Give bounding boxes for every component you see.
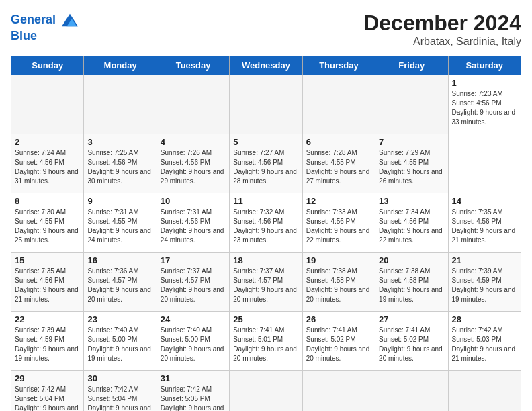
day-number: 7 [379, 137, 444, 147]
day-number: 23 [87, 314, 152, 324]
day-info: Sunrise: 7:42 AMSunset: 5:04 PMDaylight:… [15, 385, 80, 411]
title-section: December 2024 Arbatax, Sardinia, Italy [363, 11, 521, 48]
day-cell-12: 12Sunrise: 7:33 AMSunset: 4:56 PMDayligh… [302, 193, 375, 253]
day-info: Sunrise: 7:40 AMSunset: 5:00 PMDaylight:… [87, 326, 152, 363]
day-info: Sunrise: 7:25 AMSunset: 4:56 PMDaylight:… [87, 148, 152, 186]
day-info: Sunrise: 7:41 AMSunset: 5:02 PMDaylight:… [306, 326, 371, 363]
day-cell-30: 30Sunrise: 7:42 AMSunset: 5:04 PMDayligh… [84, 371, 157, 412]
day-cell-25: 25Sunrise: 7:41 AMSunset: 5:01 PMDayligh… [230, 312, 302, 371]
day-info: Sunrise: 7:33 AMSunset: 4:56 PMDaylight:… [306, 208, 371, 245]
calendar-table: SundayMondayTuesdayWednesdayThursdayFrid… [11, 56, 521, 411]
day-number: 5 [233, 137, 298, 147]
day-number: 31 [161, 373, 226, 383]
day-number: 25 [233, 314, 298, 324]
day-cell-8: 8Sunrise: 7:30 AMSunset: 4:55 PMDaylight… [11, 193, 84, 253]
empty-cell [375, 371, 448, 412]
day-cell-3: 3Sunrise: 7:25 AMSunset: 4:56 PMDaylight… [84, 134, 157, 193]
day-cell-26: 26Sunrise: 7:41 AMSunset: 5:02 PMDayligh… [302, 312, 375, 371]
empty-cell [448, 371, 521, 412]
day-info: Sunrise: 7:26 AMSunset: 4:56 PMDaylight:… [161, 148, 226, 186]
day-cell-2: 2Sunrise: 7:24 AMSunset: 4:56 PMDaylight… [11, 134, 84, 193]
day-info: Sunrise: 7:23 AMSunset: 4:56 PMDaylight:… [452, 89, 517, 127]
day-info: Sunrise: 7:28 AMSunset: 4:55 PMDaylight:… [306, 148, 371, 186]
day-number: 20 [379, 255, 444, 265]
weekday-header-friday: Friday [375, 56, 448, 75]
day-info: Sunrise: 7:42 AMSunset: 5:04 PMDaylight:… [87, 385, 152, 411]
day-number: 21 [452, 255, 517, 265]
day-info: Sunrise: 7:36 AMSunset: 4:57 PMDaylight:… [87, 267, 152, 304]
day-cell-14: 14Sunrise: 7:35 AMSunset: 4:56 PMDayligh… [448, 193, 521, 253]
day-number: 30 [87, 373, 152, 383]
day-info: Sunrise: 7:40 AMSunset: 5:00 PMDaylight:… [161, 326, 226, 363]
week-row-5: 22Sunrise: 7:39 AMSunset: 4:59 PMDayligh… [11, 312, 521, 371]
day-number: 17 [161, 255, 226, 265]
logo-text: General [11, 11, 79, 30]
day-info: Sunrise: 7:39 AMSunset: 4:59 PMDaylight:… [452, 267, 517, 304]
day-number: 2 [15, 137, 80, 147]
day-number: 26 [306, 314, 371, 324]
day-cell-29: 29Sunrise: 7:42 AMSunset: 5:04 PMDayligh… [11, 371, 84, 412]
empty-cell [11, 75, 84, 134]
day-info: Sunrise: 7:24 AMSunset: 4:56 PMDaylight:… [15, 148, 80, 186]
day-cell-1: 1Sunrise: 7:23 AMSunset: 4:56 PMDaylight… [448, 75, 521, 134]
day-cell-24: 24Sunrise: 7:40 AMSunset: 5:00 PMDayligh… [157, 312, 229, 371]
day-number: 28 [452, 314, 517, 324]
day-cell-20: 20Sunrise: 7:38 AMSunset: 4:58 PMDayligh… [375, 253, 448, 312]
day-cell-6: 6Sunrise: 7:28 AMSunset: 4:55 PMDaylight… [302, 134, 375, 193]
day-info: Sunrise: 7:41 AMSunset: 5:02 PMDaylight:… [379, 326, 444, 363]
logo-blue-text: Blue [11, 30, 79, 43]
day-info: Sunrise: 7:42 AMSunset: 5:05 PMDaylight:… [161, 385, 226, 411]
day-info: Sunrise: 7:37 AMSunset: 4:57 PMDaylight:… [233, 267, 298, 304]
day-info: Sunrise: 7:38 AMSunset: 4:58 PMDaylight:… [306, 267, 371, 304]
empty-cell [84, 75, 157, 134]
day-number: 4 [161, 137, 226, 147]
day-cell-16: 16Sunrise: 7:36 AMSunset: 4:57 PMDayligh… [84, 253, 157, 312]
day-info: Sunrise: 7:37 AMSunset: 4:57 PMDaylight:… [161, 267, 226, 304]
day-number: 22 [15, 314, 80, 324]
day-number: 18 [233, 255, 298, 265]
day-info: Sunrise: 7:35 AMSunset: 4:56 PMDaylight:… [15, 267, 80, 304]
day-number: 6 [306, 137, 371, 147]
day-info: Sunrise: 7:38 AMSunset: 4:58 PMDaylight:… [379, 267, 444, 304]
day-cell-13: 13Sunrise: 7:34 AMSunset: 4:56 PMDayligh… [375, 193, 448, 253]
empty-cell [157, 75, 229, 134]
week-row-3: 8Sunrise: 7:30 AMSunset: 4:55 PMDaylight… [11, 193, 521, 253]
day-cell-28: 28Sunrise: 7:42 AMSunset: 5:03 PMDayligh… [448, 312, 521, 371]
day-cell-21: 21Sunrise: 7:39 AMSunset: 4:59 PMDayligh… [448, 253, 521, 312]
empty-cell [230, 371, 302, 412]
day-cell-10: 10Sunrise: 7:31 AMSunset: 4:56 PMDayligh… [157, 193, 229, 253]
day-number: 3 [87, 137, 152, 147]
day-cell-27: 27Sunrise: 7:41 AMSunset: 5:02 PMDayligh… [375, 312, 448, 371]
day-number: 8 [15, 196, 80, 206]
day-cell-23: 23Sunrise: 7:40 AMSunset: 5:00 PMDayligh… [84, 312, 157, 371]
day-number: 10 [161, 196, 226, 206]
weekday-header-thursday: Thursday [302, 56, 375, 75]
day-cell-5: 5Sunrise: 7:27 AMSunset: 4:56 PMDaylight… [230, 134, 302, 193]
day-number: 13 [379, 196, 444, 206]
weekday-header-tuesday: Tuesday [157, 56, 229, 75]
day-cell-9: 9Sunrise: 7:31 AMSunset: 4:55 PMDaylight… [84, 193, 157, 253]
day-cell-7: 7Sunrise: 7:29 AMSunset: 4:55 PMDaylight… [375, 134, 448, 193]
empty-cell [302, 371, 375, 412]
weekday-header-wednesday: Wednesday [230, 56, 302, 75]
week-row-2: 2Sunrise: 7:24 AMSunset: 4:56 PMDaylight… [11, 134, 521, 193]
day-number: 16 [87, 255, 152, 265]
day-info: Sunrise: 7:42 AMSunset: 5:03 PMDaylight:… [452, 326, 517, 363]
day-info: Sunrise: 7:27 AMSunset: 4:56 PMDaylight:… [233, 148, 298, 186]
day-cell-19: 19Sunrise: 7:38 AMSunset: 4:58 PMDayligh… [302, 253, 375, 312]
weekday-header-monday: Monday [84, 56, 157, 75]
day-cell-22: 22Sunrise: 7:39 AMSunset: 4:59 PMDayligh… [11, 312, 84, 371]
logo-icon [60, 11, 79, 30]
month-year: December 2024 [363, 11, 521, 36]
week-row-4: 15Sunrise: 7:35 AMSunset: 4:56 PMDayligh… [11, 253, 521, 312]
day-number: 29 [15, 373, 80, 383]
day-info: Sunrise: 7:39 AMSunset: 4:59 PMDaylight:… [15, 326, 80, 363]
day-cell-31: 31Sunrise: 7:42 AMSunset: 5:05 PMDayligh… [157, 371, 229, 412]
day-number: 14 [452, 196, 517, 206]
day-info: Sunrise: 7:30 AMSunset: 4:55 PMDaylight:… [15, 208, 80, 245]
day-number: 12 [306, 196, 371, 206]
day-info: Sunrise: 7:41 AMSunset: 5:01 PMDaylight:… [233, 326, 298, 363]
day-cell-18: 18Sunrise: 7:37 AMSunset: 4:57 PMDayligh… [230, 253, 302, 312]
day-info: Sunrise: 7:31 AMSunset: 4:55 PMDaylight:… [87, 208, 152, 245]
day-cell-11: 11Sunrise: 7:32 AMSunset: 4:56 PMDayligh… [230, 193, 302, 253]
